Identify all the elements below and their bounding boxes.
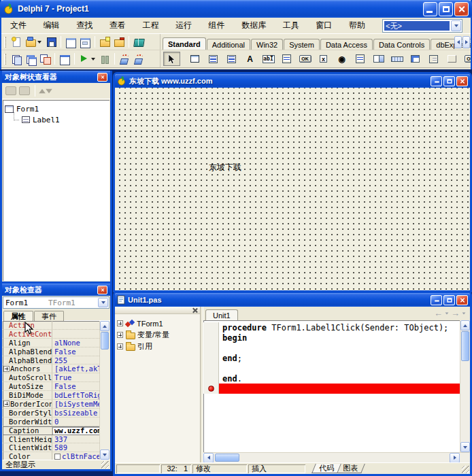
property-row-action[interactable]: Action bbox=[3, 321, 99, 330]
code-scroll-left-icon[interactable] bbox=[203, 453, 214, 463]
step-over-button[interactable] bbox=[132, 52, 146, 66]
property-row-borderwidth[interactable]: BorderWidth0 bbox=[3, 418, 99, 426]
property-row-anchors[interactable]: Anchors[akLeft,akTop bbox=[3, 364, 99, 373]
view-unit-button[interactable] bbox=[64, 35, 78, 49]
save-file-button[interactable] bbox=[44, 35, 58, 49]
remove-from-project-button[interactable] bbox=[112, 35, 126, 49]
property-row-alphablend[interactable]: AlphaBlendFalse bbox=[3, 347, 99, 356]
palette-tab-data-controls[interactable]: Data Controls bbox=[373, 39, 430, 50]
explorer-item-引用[interactable]: 引用 bbox=[117, 341, 198, 352]
property-row-clientwidth[interactable]: ClientWidth589 bbox=[3, 443, 99, 452]
property-row-bordericons[interactable]: BorderIcons[biSystemMenu bbox=[3, 400, 99, 409]
property-row-autoscroll[interactable]: AutoScrollTrue bbox=[3, 373, 99, 382]
move-up-icon[interactable] bbox=[40, 90, 44, 92]
toolbar-grip[interactable] bbox=[4, 54, 6, 65]
groupbox-component[interactable] bbox=[407, 52, 424, 66]
form-design-surface[interactable]: 东坡下载 bbox=[115, 88, 470, 290]
dropdown-caret-icon[interactable] bbox=[90, 58, 96, 61]
combobox-component[interactable] bbox=[370, 52, 387, 66]
expand-icon[interactable] bbox=[3, 401, 10, 407]
help-contents-button[interactable] bbox=[132, 35, 146, 49]
menu-item-4[interactable]: 工程 bbox=[141, 18, 159, 33]
frames-component[interactable] bbox=[186, 52, 203, 66]
menu-item-10[interactable]: 帮助 bbox=[348, 18, 366, 33]
inspector-tab-属性[interactable]: 属性 bbox=[3, 311, 33, 321]
property-row-activecontro[interactable]: ActiveContro bbox=[3, 330, 99, 339]
code-horizontal-scrollbar[interactable] bbox=[203, 452, 470, 462]
run-button[interactable] bbox=[78, 52, 97, 66]
palette-scroll-right-button[interactable] bbox=[462, 36, 470, 48]
code-vertical-scrollbar[interactable] bbox=[460, 320, 470, 452]
pointer-tool[interactable] bbox=[163, 52, 180, 66]
inspector-tab-事件[interactable]: 事件 bbox=[34, 311, 64, 321]
view-forms-button[interactable] bbox=[24, 52, 37, 66]
popupmenu-component[interactable] bbox=[223, 52, 240, 66]
move-down-icon[interactable] bbox=[47, 90, 51, 92]
main-titlebar[interactable]: Delphi 7 - Project1 bbox=[0, 0, 472, 18]
radiogroup-component[interactable] bbox=[425, 52, 442, 66]
combo-dropdown-icon[interactable] bbox=[451, 20, 461, 31]
code-explorer-tree[interactable]: TForm1变量/常量引用 bbox=[115, 314, 200, 462]
expand-icon[interactable] bbox=[117, 332, 123, 338]
close-button[interactable] bbox=[454, 2, 469, 16]
menu-item-9[interactable]: 窗口 bbox=[315, 18, 333, 33]
desktop-combo[interactable]: <无> bbox=[382, 19, 462, 33]
scroll-thumb[interactable] bbox=[101, 332, 109, 350]
maximize-button[interactable] bbox=[439, 2, 453, 16]
delete-item-icon[interactable] bbox=[19, 86, 30, 95]
expand-icon[interactable] bbox=[117, 320, 123, 326]
new-file-button[interactable] bbox=[10, 35, 23, 49]
actionlist-component[interactable]: OK bbox=[462, 52, 471, 66]
explorer-item-变量/常量[interactable]: 变量/常量 bbox=[117, 329, 198, 341]
code-editor-area[interactable]: procedure TForm1.Label1Click(Sender: TOb… bbox=[203, 320, 460, 452]
form-maximize-button[interactable] bbox=[443, 76, 455, 86]
view-units-button[interactable] bbox=[10, 52, 23, 66]
code-scroll-up-icon[interactable] bbox=[460, 320, 470, 330]
object-inspector-close-button[interactable] bbox=[97, 286, 107, 294]
code-titlebar[interactable]: Unit1.pas bbox=[115, 293, 470, 307]
scroll-up-icon[interactable] bbox=[100, 321, 109, 331]
code-hscroll-thumb[interactable] bbox=[215, 454, 239, 462]
button-component[interactable]: OK bbox=[297, 52, 314, 66]
breakpoint-icon[interactable] bbox=[208, 386, 214, 392]
navigate-back-icon[interactable]: ← bbox=[434, 308, 443, 318]
object-inspector-titlebar[interactable]: 对象检查器 bbox=[2, 284, 110, 296]
scroll-down-icon[interactable] bbox=[100, 449, 109, 460]
tab-unit1[interactable]: Unit1 bbox=[205, 309, 238, 320]
code-resize-grip[interactable] bbox=[462, 466, 469, 473]
form-titlebar[interactable]: 东坡下载 www.uzzf.com bbox=[115, 74, 470, 88]
code-maximize-button[interactable] bbox=[443, 295, 455, 305]
expand-icon[interactable] bbox=[117, 343, 123, 350]
minimize-button[interactable] bbox=[423, 2, 437, 16]
object-tree[interactable]: Form1Label1 bbox=[3, 100, 109, 281]
code-close-button[interactable] bbox=[456, 295, 468, 305]
object-combo-dropdown-icon[interactable] bbox=[98, 298, 108, 307]
navigate-forward-icon[interactable]: → bbox=[451, 308, 460, 318]
property-row-align[interactable]: AlignalNone bbox=[3, 339, 99, 347]
code-explorer-close-icon[interactable] bbox=[192, 307, 198, 313]
form-label1[interactable]: 东坡下载 bbox=[209, 162, 241, 173]
property-row-color[interactable]: ColorclBtnFace bbox=[3, 452, 99, 460]
toolbar-grip[interactable] bbox=[4, 37, 6, 48]
menu-item-1[interactable]: 编辑 bbox=[43, 18, 61, 33]
palette-scroll-left-button[interactable] bbox=[454, 36, 462, 48]
scrollbar-component[interactable] bbox=[388, 52, 405, 66]
dropdown-caret-icon[interactable] bbox=[37, 41, 42, 44]
new-form-button[interactable] bbox=[58, 52, 71, 66]
object-treeview-titlebar[interactable]: 对象树状查看器 bbox=[2, 71, 110, 83]
palette-tab-system[interactable]: System bbox=[284, 39, 320, 50]
open-file-button[interactable] bbox=[24, 35, 44, 49]
new-item-icon[interactable] bbox=[5, 86, 16, 95]
menu-item-3[interactable]: 查看 bbox=[109, 18, 127, 33]
treeview-item-label1[interactable]: Label1 bbox=[5, 114, 107, 125]
treeview-item-form1[interactable]: Form1 bbox=[5, 103, 107, 114]
memo-component[interactable] bbox=[278, 52, 295, 66]
menu-item-2[interactable]: 查找 bbox=[75, 18, 93, 33]
explorer-item-TForm1[interactable]: TForm1 bbox=[117, 318, 198, 329]
pause-button[interactable] bbox=[98, 52, 112, 66]
palette-tab-standard[interactable]: Standard bbox=[163, 37, 206, 50]
back-history-icon[interactable] bbox=[445, 312, 449, 314]
add-to-project-button[interactable] bbox=[98, 35, 112, 49]
property-row-borderstyle[interactable]: BorderStylebsSizeable bbox=[3, 409, 99, 418]
form-close-button[interactable] bbox=[456, 76, 468, 86]
